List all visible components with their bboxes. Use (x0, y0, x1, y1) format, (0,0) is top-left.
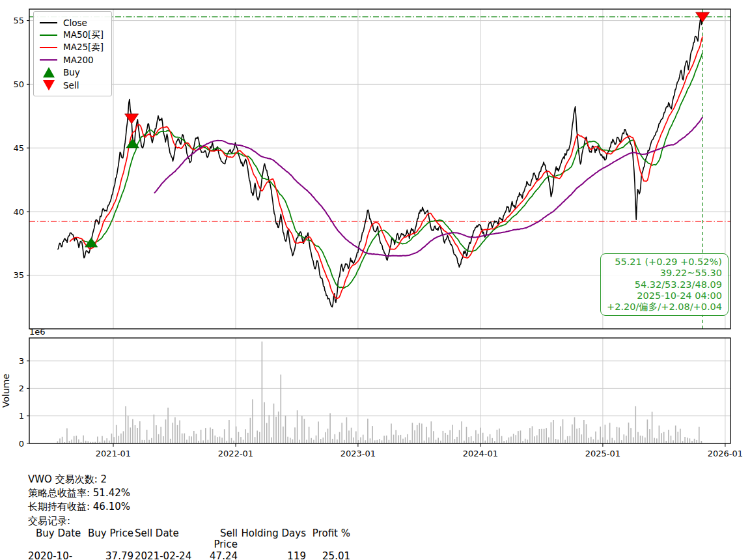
volume-bar (243, 440, 244, 443)
x-tick-label: 2021-01 (96, 449, 131, 458)
volume-bar (513, 434, 514, 443)
volume-bar (428, 438, 430, 443)
volume-bar (501, 436, 503, 443)
volume-scale-label: 1e6 (29, 327, 46, 337)
volume-bar (360, 438, 361, 444)
volume-bar (144, 440, 145, 443)
volume-bar (527, 440, 529, 443)
volume-bar (560, 427, 561, 443)
volume-bar (557, 440, 559, 443)
volume-bar (398, 435, 399, 443)
volume-bar (78, 440, 79, 443)
volume-bar (337, 440, 338, 443)
volume-bar (694, 439, 695, 443)
volume-bar (120, 434, 122, 443)
volume-bar (191, 436, 192, 443)
volume-bar (487, 436, 488, 443)
volume-bar (346, 417, 348, 443)
volume-bar (492, 438, 493, 443)
volume-bar (316, 436, 317, 443)
price-tick-label: 55 (13, 16, 24, 25)
volume-tick-label: 2 (19, 384, 24, 393)
trades-header-cell: Profit % (307, 528, 350, 551)
volume-bar (309, 427, 310, 444)
volume-bar (497, 430, 498, 443)
volume-axis-label: Volume (1, 374, 11, 408)
volume-bar (71, 440, 72, 443)
stock-strategy-figure: 354045505501232021-012022-012023-012024-… (0, 0, 750, 560)
volume-bar (668, 430, 669, 443)
trade-log-title: 交易记录: (28, 514, 350, 528)
volume-bar (436, 440, 437, 443)
legend-item-close: Close (40, 16, 104, 29)
volume-bar (353, 438, 354, 443)
volume-bar (174, 417, 176, 443)
volume-bar (358, 440, 359, 443)
volume-bar (443, 431, 444, 443)
volume-bar (671, 436, 672, 443)
volume-bar (313, 440, 314, 444)
volume-bar (414, 430, 415, 443)
volume-bar (562, 419, 564, 443)
volume-bar (217, 437, 218, 443)
volume-tick-label: 3 (19, 356, 24, 366)
volume-bar (614, 440, 615, 443)
volume-bar (637, 432, 639, 443)
volume-bar (452, 425, 453, 444)
ma200-line-swatch (40, 59, 57, 61)
volume-bar (137, 428, 138, 443)
volume-bar (663, 432, 665, 443)
volume-bar (111, 434, 113, 443)
volume-bar (574, 417, 576, 443)
volume-bar (680, 429, 681, 444)
volume-bar (177, 425, 178, 443)
volume-bar (485, 441, 486, 443)
volume-bar (266, 423, 268, 443)
volume-bar (83, 436, 84, 443)
volume-bar (365, 440, 367, 443)
volume-bar (142, 440, 143, 443)
volume-bar (699, 427, 700, 443)
annotation-signal-line: +2.20/偏多/+2.08/+0.04 (607, 301, 722, 313)
volume-bar (257, 430, 258, 443)
volume-bar (576, 428, 577, 443)
volume-bar (499, 428, 500, 443)
buy-marker (126, 139, 139, 148)
volume-bar (618, 428, 620, 444)
volume-bar (654, 438, 655, 444)
annotation-ma-line: 54.32/53.23/48.09 (607, 279, 722, 290)
volume-bar (311, 438, 312, 443)
volume-bar (412, 423, 413, 443)
volume-bar (696, 440, 697, 443)
volume-bar (231, 438, 232, 443)
volume-bar (395, 430, 396, 443)
volume-bar (506, 440, 507, 443)
volume-bar (264, 402, 265, 443)
volume-bar (678, 432, 679, 443)
ma25-line-swatch (40, 47, 57, 48)
volume-bar (572, 425, 573, 443)
volume-bar (377, 440, 378, 443)
volume-bar (405, 438, 406, 444)
price-tick-label: 45 (13, 143, 24, 153)
volume-bar (595, 432, 596, 443)
volume-bar (245, 429, 246, 443)
volume-bar (173, 423, 174, 443)
volume-bar (630, 428, 632, 443)
volume-bar (490, 434, 491, 443)
volume-bar (621, 440, 622, 443)
volume-bar (424, 441, 425, 443)
trades-header-cell: Buy Price (83, 528, 133, 551)
volume-bar (518, 431, 519, 443)
volume-bar (335, 434, 336, 443)
volume-bar (247, 433, 249, 443)
volume-bar (344, 440, 345, 443)
volume-bar (160, 427, 161, 443)
buy-triangle-icon (40, 67, 57, 77)
volume-bar (128, 416, 129, 443)
volume-bar (689, 438, 691, 443)
trade-cell: 25.01 (307, 551, 350, 560)
annotation-range-line: 39.22~55.30 (607, 268, 722, 279)
volume-bar (281, 374, 282, 443)
volume-bar (659, 426, 660, 444)
